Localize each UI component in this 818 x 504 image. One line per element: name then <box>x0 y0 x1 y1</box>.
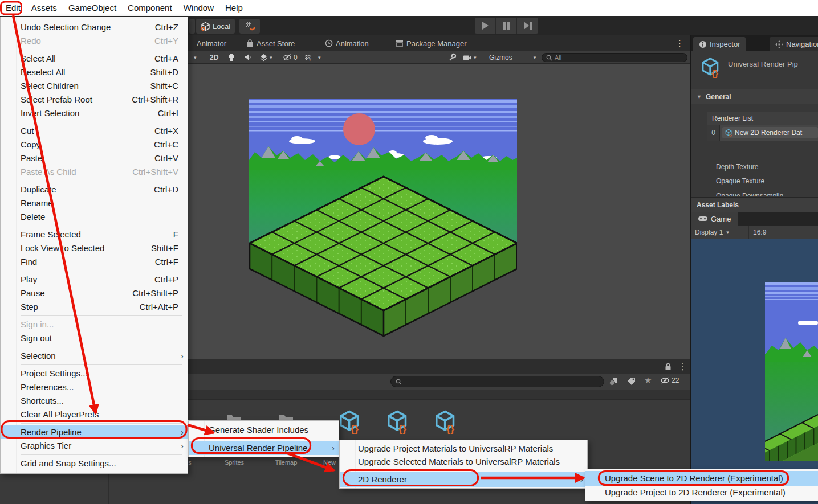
pivot-orientation-button[interactable]: Local <box>196 19 235 34</box>
grid-snap-button[interactable] <box>239 19 260 34</box>
menu-item-generate-shader-includes[interactable]: Generate Shader Includes <box>189 423 339 437</box>
pause-button[interactable] <box>496 18 517 34</box>
menu-item-deselect-all[interactable]: Deselect AllShift+D <box>1 65 188 79</box>
search-by-label-tag-icon[interactable] <box>627 377 636 386</box>
aspect-ratio-dropdown[interactable]: 16:9 <box>753 228 766 236</box>
menu-item-project-settings[interactable]: Project Settings... <box>1 367 188 380</box>
search-by-type-icon[interactable] <box>609 377 618 386</box>
menu-item-select-prefab-root[interactable]: Select Prefab RootCtrl+Shift+R <box>1 93 188 106</box>
menu-component[interactable]: Component <box>122 0 178 16</box>
game-render <box>765 282 818 461</box>
menu-item-sign-out[interactable]: Sign out <box>1 331 188 345</box>
menu-item-invert-selection[interactable]: Invert SelectionCtrl+I <box>1 106 188 120</box>
display-dropdown[interactable]: Display 1▾ <box>695 228 729 236</box>
asset-label[interactable]: New <box>318 459 341 466</box>
menu-item-2d-renderer[interactable]: 2D Renderer› <box>340 472 587 487</box>
prop-depth-texture[interactable]: Depth Texture <box>716 163 759 171</box>
grid-visibility-dropdown[interactable]: Y ▾ <box>304 51 321 63</box>
menu-edit[interactable]: Edit <box>1 0 26 16</box>
menu-item-lock-view-to-selected[interactable]: Lock View to SelectedShift+F <box>1 241 188 255</box>
menu-item-graphics-tier[interactable]: Graphics Tier› <box>1 439 188 453</box>
menu-item-redo[interactable]: RedoCtrl+Y <box>1 34 188 48</box>
lighting-toggle-button[interactable] <box>228 51 235 63</box>
menu-item-frame-selected[interactable]: Frame SelectedF <box>1 228 188 241</box>
menu-item-duplicate[interactable]: DuplicateCtrl+D <box>1 183 188 196</box>
renderer-list-row[interactable]: 0 New 2D Renderer Dat <box>707 125 818 141</box>
asset-labels-header[interactable]: Asset Labels <box>691 197 818 212</box>
asset-label[interactable]: Sprites <box>217 459 252 466</box>
submenu-arrow-icon: › <box>181 439 184 453</box>
menu-item-find[interactable]: FindCtrl+F <box>1 255 188 269</box>
kebab-menu-icon[interactable]: ⋮ <box>675 35 684 51</box>
project-pane-divider[interactable] <box>108 473 109 504</box>
menu-item-select-children[interactable]: Select ChildrenShift+C <box>1 79 188 93</box>
kebab-menu-icon[interactable]: ⋮ <box>678 362 687 372</box>
menu-item-label: 2D Renderer <box>358 472 407 487</box>
menu-item-step[interactable]: StepCtrl+Alt+P <box>1 300 188 314</box>
menu-item-select-all[interactable]: Select AllCtrl+A <box>1 52 188 65</box>
gizmos-dropdown[interactable]: Gizmos ▾ <box>489 51 536 63</box>
tab-navigation[interactable]: Navigation <box>770 37 818 51</box>
play-button[interactable] <box>475 18 496 34</box>
urp-asset-icon[interactable] <box>385 409 411 434</box>
menu-item-sign-in[interactable]: Sign in... <box>1 318 188 331</box>
menu-item-upgrade-project-materials-to-universalrp-materials[interactable]: Upgrade Project Materials to UniversalRP… <box>340 442 587 455</box>
menu-item-upgrade-scene-to-2d-renderer-experimental[interactable]: Upgrade Scene to 2D Renderer (Experiment… <box>585 471 818 486</box>
tools-button[interactable] <box>448 51 457 63</box>
lock-icon[interactable] <box>665 363 672 371</box>
renderer-index: 0 <box>707 125 720 141</box>
menu-item-upgrade-selected-materials-to-universalrp-materials[interactable]: Upgrade Selected Materials to UniversalR… <box>340 455 587 468</box>
tab-inspector[interactable]: Inspector <box>693 37 746 51</box>
menu-item-preferences[interactable]: Preferences... <box>1 380 188 394</box>
step-button[interactable] <box>517 18 538 34</box>
menu-item-paste-as-child[interactable]: Paste As ChildCtrl+Shift+V <box>1 165 188 179</box>
menu-item-upgrade-project-to-2d-renderer-experimental[interactable]: Upgrade Project to 2D Renderer (Experime… <box>585 486 818 499</box>
menu-item-copy[interactable]: CopyCtrl+C <box>1 138 188 151</box>
camera-dropdown[interactable]: ▾ <box>463 51 477 63</box>
asset-label[interactable]: Tilemap <box>268 459 304 466</box>
menu-item-play[interactable]: PlayCtrl+P <box>1 273 188 286</box>
tab-asset-store[interactable]: Asset Store <box>246 35 295 51</box>
project-search-input[interactable] <box>390 376 604 387</box>
general-section-header[interactable]: ▼ General <box>691 89 818 104</box>
tool-button-partial[interactable] <box>189 19 195 34</box>
tab-package-manager[interactable]: Package Manager <box>396 35 467 51</box>
render-pipeline-submenu: Generate Shader IncludesUniversal Render… <box>188 420 339 457</box>
game-toolbar: Display 1▾ 16:9 <box>691 226 818 239</box>
tab-animator[interactable]: Animator <box>197 35 226 51</box>
hidden-packages-count[interactable]: 22 <box>660 376 679 384</box>
effects-dropdown[interactable]: ▾ <box>259 51 272 63</box>
chevron-down-icon: ▾ <box>318 55 321 60</box>
menu-item-undo-selection-change[interactable]: Undo Selection ChangeCtrl+Z <box>1 21 188 34</box>
hidden-objects-button[interactable]: 0 <box>283 51 298 63</box>
menu-help[interactable]: Help <box>219 0 249 16</box>
menu-item-render-pipeline[interactable]: Render Pipeline› <box>1 425 188 439</box>
scene-search-input[interactable]: All <box>542 53 687 62</box>
menu-assets[interactable]: Assets <box>26 0 63 16</box>
draw-mode-dropdown[interactable]: ▾ <box>194 51 197 63</box>
menu-separator <box>21 226 182 226</box>
menu-item-grid-and-snap-settings[interactable]: Grid and Snap Settings... <box>1 457 188 470</box>
menu-item-clear-all-playerprefs[interactable]: Clear All PlayerPrefs <box>1 408 188 421</box>
menu-item-paste[interactable]: PasteCtrl+V <box>1 151 188 165</box>
urp-asset-icon[interactable] <box>433 409 459 434</box>
tab-game[interactable]: Game <box>691 212 738 226</box>
menu-item-rename[interactable]: Rename <box>1 196 188 210</box>
menu-item-selection[interactable]: Selection› <box>1 349 188 363</box>
menu-item-delete[interactable]: Delete <box>1 210 188 224</box>
favorites-star-icon[interactable]: ★ <box>644 375 652 386</box>
menu-window[interactable]: Window <box>178 0 219 16</box>
urp-asset-icon[interactable] <box>337 409 363 434</box>
menu-item-pause[interactable]: PauseCtrl+Shift+P <box>1 286 188 300</box>
menu-gameobject[interactable]: GameObject <box>63 0 122 16</box>
tab-animation[interactable]: Animation <box>325 35 369 51</box>
renderer-object-field[interactable]: New 2D Renderer Dat <box>722 127 818 138</box>
audio-toggle-button[interactable] <box>244 51 252 63</box>
menu-item-label: Select All <box>21 52 56 65</box>
menu-item-cut[interactable]: CutCtrl+X <box>1 124 188 138</box>
prop-opaque-texture[interactable]: Opaque Texture <box>716 177 764 185</box>
menu-item-shortcuts[interactable]: Shortcuts... <box>1 394 188 408</box>
menu-item-universal-render-pipeline[interactable]: Universal Render Pipeline› <box>189 441 339 455</box>
prop-opaque-downsampling[interactable]: Opaque Downsamplin <box>716 192 783 196</box>
2d-toggle-button[interactable]: 2D <box>210 51 218 63</box>
